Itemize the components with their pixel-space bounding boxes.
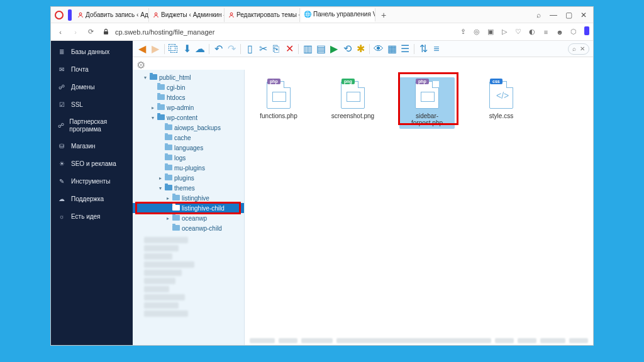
delete-button[interactable]: ✕: [284, 43, 295, 55]
clipboard-button[interactable]: ⎘: [270, 43, 282, 55]
folder-icon: [165, 175, 172, 181]
maximize-button[interactable]: ▢: [562, 8, 575, 22]
menu-icon[interactable]: ≡: [540, 26, 552, 38]
tree-row-plugins[interactable]: ▸plugins: [133, 173, 244, 183]
download-button[interactable]: ⬇: [181, 43, 192, 55]
list-view-button[interactable]: ☰: [399, 43, 411, 55]
star-button[interactable]: ✱: [355, 43, 366, 55]
file-item-functions.php[interactable]: phpfunctions.php: [251, 77, 306, 129]
copy-button[interactable]: ⿻: [168, 43, 179, 55]
tree-row-logs[interactable]: logs: [133, 153, 244, 163]
main-panel: ◀ ▶ ⿻ ⬇ ☁ ↶ ↷ ▯ ✂ ⎘ ✕ ▥ ▤ ▶ ⟲ ✱: [133, 41, 593, 345]
tab-1[interactable]: Виджеты ‹ Админкин —: [150, 8, 225, 22]
heart-icon[interactable]: ♡: [513, 26, 524, 38]
sort-button[interactable]: ⇅: [418, 43, 429, 55]
sidebar-item-database[interactable]: ≣Базы данных: [51, 43, 133, 61]
sidebar-item-support[interactable]: ☁Поддержка: [51, 190, 133, 208]
reload-button[interactable]: ⟳: [85, 26, 96, 38]
sidebar-item-idea[interactable]: ☼Есть идея: [51, 208, 133, 226]
sidebar-item-partner[interactable]: ☍Партнерская программа: [51, 114, 133, 138]
cube-icon[interactable]: ▣: [485, 26, 496, 38]
sidebar-item-tools[interactable]: ✎Инструменты: [51, 173, 133, 190]
file-label: sidebar-forpost.php: [401, 112, 453, 126]
undo-button[interactable]: ↶: [213, 43, 224, 55]
extension-icon[interactable]: ⬡: [568, 26, 579, 38]
close-button[interactable]: ✕: [577, 8, 591, 22]
tab-label: Редактировать темы ‹ А: [236, 11, 300, 18]
close-icon[interactable]: ✕: [580, 45, 585, 52]
sidebar-item-shop[interactable]: ⛁Магазин: [51, 138, 133, 155]
nav-forward-button[interactable]: ▶: [150, 43, 161, 55]
sidebar-item-label: SEO и реклама: [71, 160, 116, 168]
tree-row-mu-plugins[interactable]: mu-plugins: [133, 163, 244, 173]
file-item-style.css[interactable]: </>cssstyle.css: [474, 77, 529, 129]
tree-row-wp-content[interactable]: ▾wp-content: [133, 112, 244, 123]
tree-row-themes[interactable]: ▾themes: [133, 183, 244, 193]
cloud-button[interactable]: ☁: [194, 43, 206, 55]
new-tab-button[interactable]: +: [377, 10, 391, 20]
gear-icon[interactable]: ⚙: [136, 59, 145, 68]
run-button[interactable]: ▶: [328, 43, 340, 55]
filter-button[interactable]: ≡: [431, 43, 442, 55]
back-button[interactable]: ‹: [55, 26, 66, 38]
refresh-button[interactable]: ⟲: [341, 43, 353, 55]
file-item-sidebar-forpost.php[interactable]: phpsidebar-forpost.php: [399, 77, 455, 129]
tree-row-cgi-bin[interactable]: cgi-bin: [133, 82, 244, 92]
file-icon: php: [413, 80, 441, 110]
url-text[interactable]: cp.sweb.ru/hosting/file_manager: [115, 28, 453, 36]
tree-row-listinghive[interactable]: ▸listinghive: [133, 193, 244, 203]
preview-button[interactable]: 👁: [373, 43, 384, 55]
forward-button[interactable]: ›: [70, 26, 81, 38]
tree-row-oceanwp-child[interactable]: oceanwp-child: [133, 223, 244, 233]
folder-tree: ▾public_htmlcgi-binhtdocs▸wp-admin▾wp-co…: [133, 70, 245, 345]
profile-icon[interactable]: ☻: [554, 26, 565, 38]
tree-row-cache[interactable]: cache: [133, 133, 244, 143]
share-icon[interactable]: ⇪: [457, 26, 469, 38]
minimize-button[interactable]: —: [547, 8, 560, 22]
tree-row-languages[interactable]: languages: [133, 143, 244, 153]
tree-row-htdocs[interactable]: htdocs: [133, 92, 244, 102]
archive-button[interactable]: ▥: [302, 43, 313, 55]
extract-button[interactable]: ▤: [315, 43, 326, 55]
address-bar: ‹ › ⟳ cp.sweb.ru/hosting/file_manager ⇪ …: [51, 23, 593, 41]
folder-icon: [165, 155, 172, 161]
play-icon[interactable]: ▷: [499, 26, 510, 38]
tree-row-public_html[interactable]: ▾public_html: [133, 72, 244, 82]
sidebar-item-mail[interactable]: ✉Почта: [51, 61, 133, 79]
toggle-icon[interactable]: ◐: [526, 26, 538, 38]
file-toolbar: ◀ ▶ ⿻ ⬇ ☁ ↶ ↷ ▯ ✂ ⎘ ✕ ▥ ▤ ▶ ⟲ ✱: [133, 41, 593, 57]
tree-label: plugins: [174, 175, 194, 182]
folder-icon: [172, 225, 180, 231]
camera-icon[interactable]: ◎: [471, 26, 482, 38]
app-window: Добавить запись ‹ Адми Виджеты ‹ Админки…: [50, 6, 594, 346]
tree-row-listinghive-child[interactable]: listinghive-child: [133, 203, 244, 213]
tab-2[interactable]: Редактировать темы ‹ А: [226, 8, 300, 22]
sidebar-item-ssl[interactable]: ☑SSL: [51, 96, 133, 114]
search-window-icon[interactable]: ⌕: [531, 8, 545, 22]
file-item-screenshot.png[interactable]: pngscreenshot.png: [325, 77, 380, 129]
shield-icon: ☑: [57, 101, 66, 109]
globe-icon: 🌐: [304, 11, 311, 18]
toolbar-search[interactable]: ⌕ ✕: [568, 43, 589, 55]
sidebar-item-seo[interactable]: ☀SEO и реклама: [51, 155, 133, 173]
grid-view-button[interactable]: ▦: [386, 43, 397, 55]
sidebar-item-label: Инструменты: [71, 178, 110, 185]
opera-logo[interactable]: [53, 9, 65, 21]
tree-blur-placeholder: [144, 237, 194, 345]
file-list: phpfunctions.phppngscreenshot.pngphpside…: [245, 70, 593, 345]
tree-label: languages: [174, 145, 203, 151]
folder-icon: [165, 145, 172, 151]
tab-0[interactable]: Добавить запись ‹ Адми: [75, 8, 149, 22]
tree-row-oceanwp[interactable]: ▸oceanwp: [133, 213, 244, 223]
sidebar-item-domains[interactable]: ☍Домены: [51, 79, 133, 96]
new-file-button[interactable]: ▯: [244, 43, 255, 55]
wrench-icon: ✎: [57, 177, 66, 186]
cut-button[interactable]: ✂: [257, 43, 269, 55]
tree-row-aiowps_backups[interactable]: aiowps_backups: [133, 123, 244, 133]
tree-row-wp-admin[interactable]: ▸wp-admin: [133, 102, 244, 112]
redo-button[interactable]: ↷: [226, 43, 237, 55]
tab-3[interactable]: 🌐Панель управления VH: [301, 8, 375, 22]
nav-back-button[interactable]: ◀: [136, 43, 148, 55]
tree-label: mu-plugins: [174, 165, 205, 172]
tree-label: cache: [174, 134, 191, 141]
